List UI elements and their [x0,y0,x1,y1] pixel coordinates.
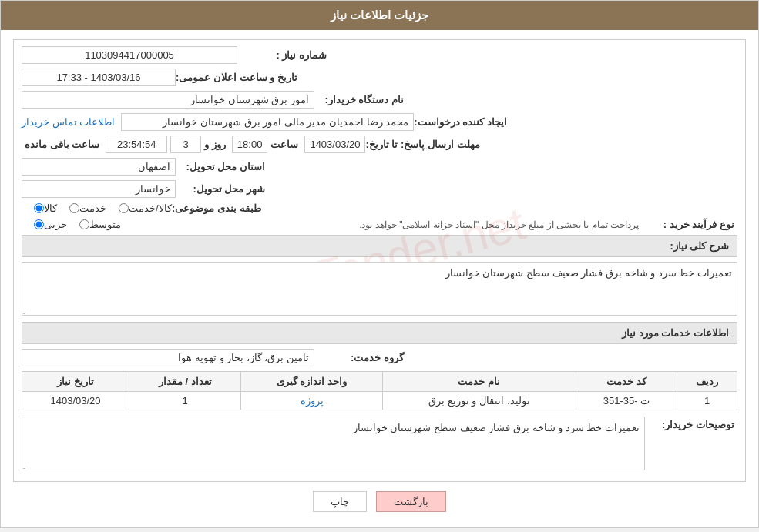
deadline-row: مهلت ارسال پاسخ: تا تاریخ: 1403/03/20 سا… [22,136,737,153]
creator-row: ایجاد کننده درخواست: محمد رضا احمدیان مد… [22,113,737,131]
need-number-label: شماره نیاز : [237,49,330,61]
category-option-1[interactable]: کالا [31,202,57,214]
buyer-notes-label: توصیحات خریدار: [645,417,737,430]
province-value: اصفهان [22,158,176,176]
category-option-3[interactable]: کالا/خدمت [116,202,172,214]
announcement-date-value: 1403/03/16 - 17:33 [22,69,176,86]
col-date: تاریخ نیاز [22,372,129,392]
deadline-days-label: روز و [201,139,229,150]
col-row-num: ردیف [677,372,737,392]
general-desc-value: تعمیرات خط سرد و شاخه برق فشار ضعیف سطح … [22,262,737,316]
city-value: خوانسار [22,180,176,198]
main-form: AnaTender.net شماره نیاز : 1103094417000… [13,39,746,482]
purchase-type-note: پرداخت تمام یا بخشی از مبلغ خریداز محل "… [359,219,639,230]
cell-date: 1403/03/20 [22,392,129,410]
category-label: طبقه بندی موضوعی: [172,202,264,214]
services-table: ردیف کد خدمت نام خدمت واحد اندازه گیری ت… [22,371,737,410]
button-row: بازگشت چاپ [13,491,746,512]
purchase-type-medium[interactable]: متوسط [76,219,121,230]
general-desc-box: تعمیرات خط سرد و شاخه برق فشار ضعیف سطح … [22,262,737,316]
table-body: 1ت -35-351تولید، انتقال و توزیع برقپروژه… [22,392,737,410]
city-label: شهر محل تحویل: [176,183,268,195]
back-button[interactable]: بازگشت [376,491,446,512]
creator-label: ایجاد کننده درخواست: [414,116,510,128]
deadline-remaining-label: ساعت باقی مانده [22,139,102,150]
deadline-days: 3 [170,136,201,153]
buyer-notes-row: توصیحات خریدار: تعمیرات خط سرد و شاخه بر… [22,417,737,470]
cell-row-num: 1 [677,392,737,410]
purchase-type-small[interactable]: جزیی [31,219,67,230]
service-group-row: گروه خدمت: تامین برق، گاز، بخار و تهویه … [22,349,737,366]
category-row: طبقه بندی موضوعی: کالا/خدمت خدمت کالا [22,202,737,214]
print-button[interactable]: چاپ [313,491,367,512]
deadline-time: 18:00 [232,136,268,153]
buyer-org-row: نام دستگاه خریدار: امور برق شهرستان خوان… [22,91,737,109]
category-option-2[interactable]: خدمت [66,202,106,214]
purchase-type-label: نوع فرآیند خرید : [645,219,737,230]
announcement-date-label: تاریخ و ساعت اعلان عمومی: [176,72,301,83]
buyer-org-label: نام دستگاه خریدار: [314,94,407,105]
cell-unit: پروژه [241,392,382,410]
need-number-row: شماره نیاز : 1103094417000005 [22,46,737,64]
city-row: شهر محل تحویل: خوانسار [22,180,737,198]
deadline-date: 1403/03/20 [304,136,365,153]
deadline-time-label: ساعت [267,139,301,150]
page-header: جزئیات اطلاعات نیاز [1,1,758,30]
cell-service-name: تولید، انتقال و توزیع برق [382,392,576,410]
deadline-label: مهلت ارسال پاسخ: تا تاریخ: [365,139,482,150]
services-section-title: اطلاعات خدمات مورد نیاز [22,322,737,344]
province-label: استان محل تحویل: [176,161,268,172]
service-group-label: گروه خدمت: [314,352,407,363]
announcement-date-row: تاریخ و ساعت اعلان عمومی: 1403/03/16 - 1… [22,69,737,86]
page-title: جزئیات اطلاعات نیاز [331,8,428,22]
table-row: 1ت -35-351تولید، انتقال و توزیع برقپروژه… [22,392,737,410]
buyer-notes-value: تعمیرات خط سرد و شاخه برق فشار ضعیف سطح … [353,422,640,433]
creator-link[interactable]: اطلاعات تماس خریدار [22,116,115,128]
buyer-org-value: امور برق شهرستان خوانسار [22,91,314,109]
general-desc-label: شرح کلی نیاز: [670,240,729,252]
general-desc-section-title: شرح کلی نیاز: [22,235,737,257]
need-number-value: 1103094417000005 [22,46,237,64]
cell-service-code: ت -35-351 [576,392,677,410]
col-quantity: تعداد / مقدار [129,372,241,392]
cell-quantity: 1 [129,392,241,410]
purchase-type-row: نوع فرآیند خرید : پرداخت تمام یا بخشی از… [22,219,737,230]
table-header: ردیف کد خدمت نام خدمت واحد اندازه گیری ت… [22,372,737,392]
deadline-remaining: 23:54:54 [106,136,167,153]
service-group-value: تامین برق، گاز، بخار و تهویه هوا [22,349,314,366]
col-service-code: کد خدمت [576,372,677,392]
col-service-name: نام خدمت [382,372,576,392]
province-row: استان محل تحویل: اصفهان [22,158,737,176]
col-unit: واحد اندازه گیری [241,372,382,392]
creator-value: محمد رضا احمدیان مدیر مالی امور برق شهرس… [121,113,414,131]
buyer-notes-box: تعمیرات خط سرد و شاخه برق فشار ضعیف سطح … [22,417,645,470]
